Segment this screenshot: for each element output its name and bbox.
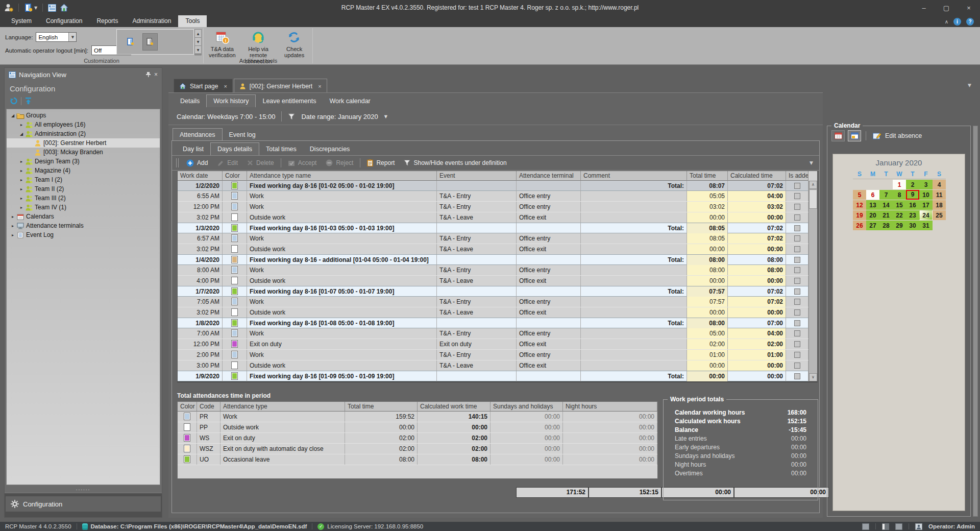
app-style-option[interactable] xyxy=(123,33,138,51)
is-added-checkbox[interactable] xyxy=(794,330,800,336)
tree-item[interactable]: [003]: Mckay Branden xyxy=(7,148,160,157)
gallery-scroll-buttons[interactable]: ▲▼▼ xyxy=(194,29,202,55)
tree-expand-icon[interactable]: ▸ xyxy=(18,187,24,191)
scroll-up-icon[interactable]: ∧ xyxy=(809,181,817,189)
column-header[interactable]: Sundays and holidays xyxy=(491,402,563,412)
is-added-checkbox[interactable] xyxy=(794,214,800,221)
calendar-day[interactable]: 16 xyxy=(906,200,919,210)
calendar-day[interactable]: 18 xyxy=(933,200,946,210)
calendar-day[interactable]: 5 xyxy=(853,190,866,200)
grid-group-row[interactable]: 1/2/2020Fixed working day 8-16 [01-02 05… xyxy=(178,180,808,191)
is-added-checkbox[interactable] xyxy=(794,267,800,273)
grid-detail-row[interactable]: 3:02 PMOutside workT&A - LeaveOffice exi… xyxy=(178,244,808,255)
calendar-day[interactable]: 22 xyxy=(893,210,906,220)
refresh-icon[interactable] xyxy=(10,97,18,105)
tab-work-calendar[interactable]: Work calendar xyxy=(323,94,377,107)
tab-leave-entitlements[interactable]: Leave entitlements xyxy=(256,94,323,107)
toolbar-button-report[interactable]: Report xyxy=(362,157,399,169)
tree-item[interactable]: ▸Design Team (3) xyxy=(7,157,160,166)
is-added-checkbox[interactable] xyxy=(794,204,800,210)
calendar-day[interactable]: 26 xyxy=(853,221,866,230)
tree-expand-icon[interactable]: ▸ xyxy=(18,123,24,127)
calendar-day[interactable]: 17 xyxy=(919,200,933,210)
is-added-checkbox[interactable] xyxy=(794,193,800,199)
tree-expand-icon[interactable]: ▸ xyxy=(10,233,16,237)
column-header[interactable]: Night hours xyxy=(563,402,657,412)
calendar-day[interactable]: 10 xyxy=(919,190,933,200)
grid-detail-row[interactable]: 7:00 AMWorkT&A - EntryOffice entry05:000… xyxy=(178,328,808,339)
is-added-checkbox[interactable] xyxy=(794,278,800,284)
column-header[interactable]: Code xyxy=(197,402,220,412)
grid-detail-row[interactable]: 2:00 PMWorkT&A - EntryOffice entry01:000… xyxy=(178,350,808,360)
grid-group-row[interactable]: 1/8/2020Fixed working day 8-16 [01-08 05… xyxy=(178,318,808,328)
column-header[interactable]: Calculated work time xyxy=(418,402,491,412)
calendar-day[interactable]: 30 xyxy=(906,221,919,230)
column-header[interactable]: Comment xyxy=(581,171,687,181)
panel-layout-icon[interactable] xyxy=(882,523,889,530)
calendar-day[interactable]: 9 xyxy=(906,190,919,200)
sidebar-grip[interactable]: ...... xyxy=(5,485,162,493)
menu-tab-configuration[interactable]: Configuration xyxy=(39,15,89,27)
menu-tab-tools[interactable]: Tools xyxy=(178,15,207,27)
tree-expand-icon[interactable]: ▸ xyxy=(18,178,24,182)
app-logo-icon[interactable]: ▼ xyxy=(24,3,37,12)
column-header[interactable]: Total time xyxy=(345,402,418,412)
tree-item[interactable]: ▸Attendance terminals xyxy=(7,221,160,230)
summary-row[interactable]: PRWork159:52140:1500:0000:00 xyxy=(178,412,657,422)
calendar-day[interactable]: 28 xyxy=(879,221,893,230)
toolbar-button-reject[interactable]: Reject xyxy=(321,157,358,169)
tab-days-details[interactable]: Days details xyxy=(210,142,259,155)
calendar-day[interactable]: 21 xyxy=(879,210,893,220)
grid-group-row[interactable]: 1/9/2020Fixed working day 8-16 [01-09 05… xyxy=(178,371,808,381)
grid-detail-row[interactable]: 3:02 PMOutside workT&A - LeaveOffice exi… xyxy=(178,307,808,318)
tree-expand-icon[interactable]: ▸ xyxy=(18,196,24,201)
grid-detail-row[interactable]: 12:00 PMExit on dutyExit on dutyOffice e… xyxy=(178,339,808,350)
calendar-day[interactable]: 4 xyxy=(933,180,946,189)
calendar-absence-mode-icon[interactable] xyxy=(848,130,861,141)
calendar-day[interactable]: 14 xyxy=(879,200,893,210)
tree-expand-icon[interactable]: ◢ xyxy=(18,132,24,136)
tree-expand-icon[interactable]: ▸ xyxy=(18,159,24,164)
tree-item[interactable]: [002]: Gerstner Herbert xyxy=(7,138,160,148)
minimize-button[interactable]: – xyxy=(913,0,935,15)
column-header[interactable]: Color xyxy=(178,402,197,412)
tree-expand-icon[interactable]: ▸ xyxy=(10,224,16,228)
pin-icon[interactable] xyxy=(145,71,151,78)
home-icon[interactable] xyxy=(60,4,68,12)
tree-item[interactable]: ◢Administraction (2) xyxy=(7,129,160,138)
collapse-all-icon[interactable] xyxy=(24,97,32,105)
column-header[interactable]: Attendance terminal xyxy=(517,171,581,181)
grid-detail-row[interactable]: 3:02 PMOutside workT&A - LeaveOffice exi… xyxy=(178,212,808,223)
calendar-day[interactable]: 29 xyxy=(893,221,906,230)
is-added-checkbox[interactable] xyxy=(794,246,800,252)
toolbar-button-show-hide-events-under-definition[interactable]: Show/Hide events under definition xyxy=(399,157,511,169)
tree-item[interactable]: ▸Team II (2) xyxy=(7,184,160,194)
is-added-checkbox[interactable] xyxy=(794,299,800,305)
calendar-day[interactable]: 12 xyxy=(853,200,866,210)
tab-event-log[interactable]: Event log xyxy=(223,128,262,141)
summary-row[interactable]: WSExit on duty02:0002:0000:0000:00 xyxy=(178,433,657,444)
tree-item[interactable]: ▸Calendars xyxy=(7,212,160,221)
column-header[interactable]: Calculated time xyxy=(728,171,786,181)
column-header[interactable]: Attendance type xyxy=(220,402,345,412)
scroll-down-icon[interactable]: ∨ xyxy=(809,373,817,381)
calendar-day[interactable]: 3 xyxy=(919,180,933,189)
is-added-checkbox[interactable] xyxy=(794,183,800,189)
tree-item[interactable]: ▸Event Log xyxy=(7,230,160,239)
tab-details[interactable]: Details xyxy=(174,94,206,107)
tree-item[interactable]: ▸Team IV (1) xyxy=(7,203,160,212)
book-icon[interactable] xyxy=(895,523,902,530)
is-added-checkbox[interactable] xyxy=(794,235,800,242)
grid-detail-row[interactable]: 6:57 AMWorkT&A - EntryOffice entry08:050… xyxy=(178,233,808,244)
tab-total-times[interactable]: Total times xyxy=(259,142,303,155)
grid-group-row[interactable]: 1/7/2020Fixed working day 8-16 [01-07 05… xyxy=(178,286,808,297)
tree-item[interactable]: ▸Team III (2) xyxy=(7,194,160,203)
summary-row[interactable]: PPOutside work00:0000:0000:0000:00 xyxy=(178,422,657,433)
summary-row[interactable]: UOOccasional leave08:0008:0000:0000:00 xyxy=(178,454,657,465)
column-header[interactable]: Event xyxy=(437,171,517,181)
maximize-button[interactable]: ▢ xyxy=(935,0,958,15)
grid-detail-row[interactable]: 6:55 AMWorkT&A - EntryOffice entry05:050… xyxy=(178,191,808,202)
calendar-day[interactable]: 13 xyxy=(866,200,879,210)
toolbar-button-delete[interactable]: Delete xyxy=(242,157,279,169)
tree-item[interactable]: ▸Magazine (4) xyxy=(7,166,160,175)
